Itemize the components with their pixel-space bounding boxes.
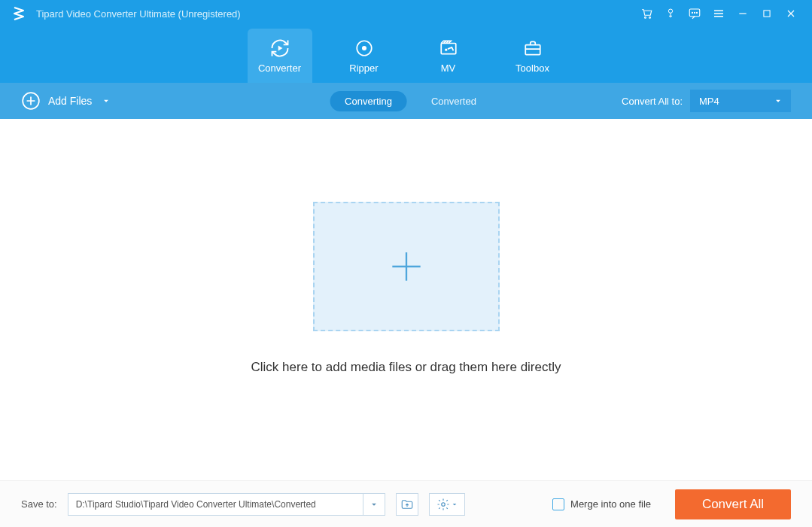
svg-marker-8 bbox=[278, 45, 282, 50]
tab-converter[interactable]: Converter bbox=[248, 29, 312, 83]
save-path-box bbox=[68, 493, 385, 516]
settings-button[interactable] bbox=[429, 493, 465, 516]
svg-point-2 bbox=[668, 9, 672, 13]
converter-icon bbox=[269, 38, 290, 58]
add-files-button[interactable]: Add Files bbox=[21, 91, 110, 111]
app-title: Tipard Video Converter Ultimate (Unregis… bbox=[36, 8, 241, 20]
dropzone[interactable] bbox=[313, 202, 500, 331]
tab-toolbox[interactable]: Toolbox bbox=[500, 29, 565, 83]
chevron-down-icon bbox=[102, 94, 110, 108]
tab-mv[interactable]: MV bbox=[416, 29, 481, 83]
status-tabs: Converting Converted bbox=[330, 91, 482, 111]
tab-label: Converter bbox=[258, 62, 301, 74]
svg-point-10 bbox=[362, 46, 365, 49]
main-area: Click here to add media files or drag th… bbox=[0, 119, 812, 480]
subbar: Add Files Converting Converted Convert A… bbox=[0, 83, 812, 119]
output-format-select[interactable]: MP4 bbox=[690, 90, 791, 112]
plus-circle-icon bbox=[21, 91, 41, 111]
tab-label: Toolbox bbox=[515, 62, 549, 74]
checkbox-icon bbox=[552, 498, 564, 510]
tab-ripper[interactable]: Ripper bbox=[332, 29, 397, 83]
save-path-input[interactable] bbox=[68, 493, 363, 516]
minimize-button[interactable] bbox=[732, 3, 753, 24]
tab-converting[interactable]: Converting bbox=[330, 91, 407, 111]
feedback-icon[interactable] bbox=[684, 3, 705, 24]
key-icon[interactable] bbox=[660, 3, 681, 24]
add-files-label: Add Files bbox=[48, 95, 92, 107]
cart-icon[interactable] bbox=[636, 3, 657, 24]
tab-label: MV bbox=[441, 62, 456, 74]
svg-point-0 bbox=[645, 17, 646, 18]
footer: Save to: Merge into one file Convert All bbox=[0, 480, 812, 527]
convert-all-to-label: Convert All to: bbox=[622, 96, 683, 107]
save-to-label: Save to: bbox=[21, 498, 57, 510]
close-button[interactable] bbox=[780, 3, 801, 24]
svg-rect-13 bbox=[525, 44, 540, 54]
merge-checkbox[interactable]: Merge into one file bbox=[552, 498, 651, 510]
titlebar: Tipard Video Converter Ultimate (Unregis… bbox=[0, 0, 812, 27]
svg-point-15 bbox=[441, 502, 445, 506]
chevron-down-icon bbox=[774, 96, 782, 107]
maximize-button[interactable] bbox=[756, 3, 777, 24]
app-logo-icon bbox=[11, 5, 27, 22]
tab-converted[interactable]: Converted bbox=[425, 91, 482, 111]
format-value: MP4 bbox=[699, 96, 719, 107]
svg-point-12 bbox=[445, 48, 447, 50]
svg-point-4 bbox=[692, 12, 692, 13]
ripper-icon bbox=[354, 38, 374, 58]
convert-all-button[interactable]: Convert All bbox=[675, 489, 791, 519]
tab-label: Ripper bbox=[349, 62, 378, 74]
svg-point-5 bbox=[694, 12, 695, 13]
svg-point-1 bbox=[649, 17, 651, 18]
svg-point-6 bbox=[696, 12, 697, 13]
dropzone-hint: Click here to add media files or drag th… bbox=[251, 360, 561, 375]
svg-rect-7 bbox=[764, 11, 770, 17]
save-path-dropdown[interactable] bbox=[363, 493, 385, 516]
open-folder-button[interactable] bbox=[396, 493, 418, 516]
menu-icon[interactable] bbox=[708, 3, 729, 24]
chevron-down-icon bbox=[452, 501, 458, 507]
mv-icon bbox=[439, 38, 458, 58]
merge-label: Merge into one file bbox=[570, 498, 651, 510]
toolbox-icon bbox=[523, 38, 543, 58]
main-nav: Converter Ripper MV Toolbox bbox=[0, 27, 812, 83]
